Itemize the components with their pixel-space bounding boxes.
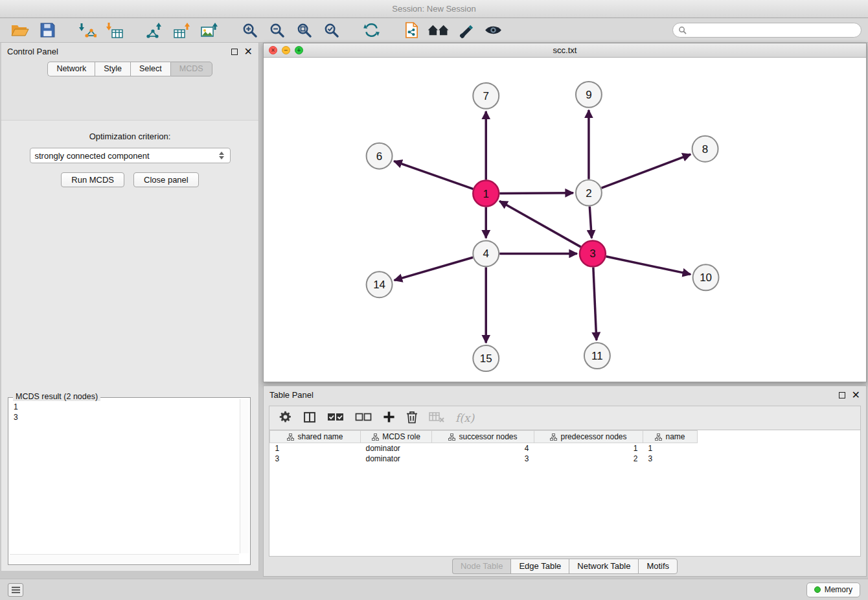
- tab-edge-table[interactable]: Edge Table: [510, 559, 569, 574]
- column-header-name[interactable]: name: [643, 431, 698, 443]
- result-item[interactable]: 1: [14, 402, 235, 412]
- column-header-predecessor-nodes[interactable]: predecessor nodes: [534, 431, 643, 443]
- list-icon: [12, 586, 20, 594]
- table-panel-title: Table Panel: [269, 390, 314, 400]
- table-cell[interactable]: 2: [534, 454, 643, 464]
- import-network-button[interactable]: [74, 20, 101, 41]
- export-network-button[interactable]: [141, 20, 168, 41]
- save-session-button[interactable]: [34, 20, 61, 41]
- tab-motifs[interactable]: Motifs: [638, 559, 678, 574]
- refresh-view-button[interactable]: [358, 20, 385, 41]
- table-cell[interactable]: 3: [432, 454, 534, 464]
- open-folder-icon: [10, 22, 30, 39]
- open-session-button[interactable]: [6, 20, 34, 41]
- float-panel-icon[interactable]: [231, 49, 238, 55]
- delete-table-button[interactable]: [429, 411, 444, 425]
- table-cell[interactable]: 3: [643, 454, 698, 464]
- task-history-button[interactable]: [8, 583, 23, 597]
- edge-3-11[interactable]: [593, 267, 597, 340]
- home-button[interactable]: [425, 20, 452, 41]
- table-row[interactable]: 1dominator411: [270, 443, 698, 454]
- edge-1-2[interactable]: [499, 193, 573, 194]
- node-label-2: 2: [586, 187, 591, 200]
- close-table-panel-icon[interactable]: ✕: [852, 392, 860, 398]
- criterion-dropdown-value: strongly connected component: [35, 151, 150, 161]
- edge-2-8[interactable]: [602, 154, 691, 188]
- run-mcds-button[interactable]: Run MCDS: [61, 172, 124, 187]
- zoom-fit-button[interactable]: [290, 20, 317, 41]
- zoom-fit-icon: [296, 22, 312, 38]
- node-label-6: 6: [376, 150, 382, 163]
- tab-select[interactable]: Select: [130, 62, 170, 76]
- delete-row-button[interactable]: [406, 411, 418, 426]
- table-cell[interactable]: 3: [270, 454, 361, 464]
- node-label-8: 8: [702, 143, 708, 156]
- node-label-1: 1: [483, 188, 489, 200]
- node-label-15: 15: [480, 352, 492, 365]
- deselect-all-button[interactable]: [355, 411, 372, 424]
- zoom-window-icon[interactable]: +: [295, 46, 303, 54]
- result-vertical-scrollbar[interactable]: [240, 399, 249, 553]
- criterion-dropdown[interactable]: strongly connected component: [30, 148, 231, 163]
- split-panel-icon: [303, 411, 316, 424]
- panel-layout-button[interactable]: [303, 411, 316, 426]
- mcds-result-box: MCDS result (2 nodes) 13: [8, 397, 251, 565]
- table-cell[interactable]: dominator: [361, 443, 432, 454]
- tab-mcds[interactable]: MCDS: [170, 62, 212, 76]
- column-label: successor nodes: [459, 432, 517, 441]
- search-input[interactable]: [690, 26, 856, 35]
- result-horizontal-scrollbar[interactable]: [10, 554, 239, 563]
- fx-icon: f(x): [455, 411, 474, 424]
- edge-4-14[interactable]: [394, 257, 474, 280]
- column-header-shared-name[interactable]: shared name: [270, 431, 361, 443]
- table-row[interactable]: 3dominator323: [270, 454, 698, 464]
- zoom-out-button[interactable]: [263, 20, 290, 41]
- tab-network-table[interactable]: Network Table: [569, 559, 638, 574]
- edge-3-1[interactable]: [499, 201, 581, 247]
- column-header-successor-nodes[interactable]: successor nodes: [432, 431, 534, 443]
- attribute-type-icon: [287, 433, 294, 441]
- edge-3-10[interactable]: [606, 257, 691, 275]
- select-all-button[interactable]: [327, 411, 344, 424]
- table-settings-button[interactable]: [279, 410, 292, 426]
- table-cell[interactable]: 1: [270, 443, 361, 454]
- show-hide-button[interactable]: [479, 20, 507, 41]
- edge-2-3[interactable]: [589, 206, 591, 238]
- table-header-row: shared nameMCDS rolesuccessor nodesprede…: [270, 431, 698, 443]
- import-table-button[interactable]: [101, 20, 128, 41]
- network-window-titlebar[interactable]: × − + scc.txt: [264, 43, 866, 58]
- refresh-icon: [363, 22, 380, 38]
- add-row-button[interactable]: [383, 411, 395, 425]
- close-panel-icon[interactable]: ✕: [244, 49, 253, 55]
- zoom-selected-button[interactable]: [317, 20, 345, 41]
- result-item[interactable]: 3: [14, 412, 235, 422]
- tab-style[interactable]: Style: [95, 62, 130, 76]
- column-header-MCDS-role[interactable]: MCDS role: [361, 431, 432, 443]
- table-cell[interactable]: 1: [643, 443, 698, 454]
- open-network-file-button[interactable]: [398, 20, 425, 41]
- search-field[interactable]: [672, 23, 862, 38]
- tab-node-table[interactable]: Node Table: [452, 559, 511, 574]
- close-window-icon[interactable]: ×: [269, 46, 277, 54]
- network-window-title: scc.txt: [553, 45, 577, 55]
- tab-network[interactable]: Network: [47, 62, 95, 76]
- function-builder-button[interactable]: f(x): [455, 411, 474, 424]
- apply-style-button[interactable]: [452, 20, 479, 41]
- gear-icon: [279, 410, 292, 424]
- zoom-in-button[interactable]: [236, 20, 263, 41]
- table-cell[interactable]: 1: [534, 443, 643, 454]
- edge-1-6[interactable]: [394, 161, 473, 189]
- search-icon: [678, 26, 687, 34]
- node-table: shared nameMCDS rolesuccessor nodesprede…: [269, 430, 861, 557]
- table-cell[interactable]: 4: [432, 443, 534, 454]
- network-canvas[interactable]: 7968124314101511: [264, 58, 866, 382]
- close-panel-button[interactable]: Close panel: [133, 172, 199, 187]
- export-table-button[interactable]: [168, 20, 196, 41]
- memory-button[interactable]: Memory: [806, 583, 860, 597]
- minimize-window-icon[interactable]: −: [282, 46, 290, 54]
- table-cell[interactable]: dominator: [361, 454, 432, 464]
- trash-icon: [406, 411, 418, 424]
- dropdown-stepper-icon: [219, 152, 225, 159]
- float-table-panel-icon[interactable]: [839, 392, 845, 398]
- export-image-button[interactable]: [196, 20, 223, 41]
